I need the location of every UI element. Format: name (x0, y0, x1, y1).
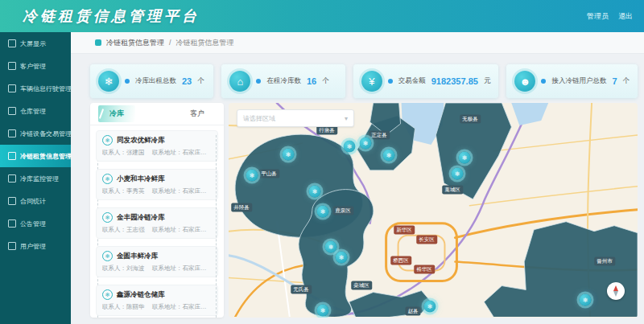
monitor-icon (8, 174, 16, 183)
panel-tab-label: 客户 (190, 109, 204, 117)
snowflake-icon: ❄ (102, 174, 113, 184)
compass-control[interactable] (607, 282, 625, 300)
chevron-down-icon: ▾ (345, 115, 348, 122)
address-label: 联系地址： (152, 303, 183, 310)
warehouse-list-item[interactable]: ❄ 金丰园冷链冷库 联系人：王志强 联系地址：石家庄市藁城区廉州西路36号 (96, 207, 218, 239)
breadcrumb-icon (95, 39, 101, 46)
panel-tabs: 冷库 客户 (90, 103, 224, 125)
sidebar-item-label: 公告管理 (20, 219, 46, 228)
cold-storage-marker-icon[interactable]: ❄ (283, 149, 295, 161)
address-value: 石家庄市鹿泉区向阳大街12号 (183, 149, 212, 156)
sidebar-item-label: 冷链设备交易管理 (20, 129, 72, 138)
device-icon (8, 129, 16, 137)
cold-storage-marker-icon[interactable]: ❄ (424, 301, 436, 313)
cold-storage-marker-icon[interactable]: ❄ (452, 168, 464, 180)
district-badge: 元氏县 (291, 285, 312, 294)
stat-value: 16 (307, 76, 316, 86)
lease-icon (8, 152, 16, 160)
sidebar-item[interactable]: 冷链租赁信息管理 (0, 145, 71, 167)
stat-card: ☻ 接入冷链用户总数 7 个 (506, 64, 638, 98)
district-badge: 无极县 (460, 115, 481, 124)
contact-label: 联系人： (102, 149, 126, 156)
cold-storage-marker-icon[interactable]: ❄ (246, 170, 258, 182)
region-select[interactable]: 请选择区域 ▾ (237, 109, 354, 127)
district-badge: 栾城区 (351, 281, 372, 290)
contact-label: 联系人： (102, 226, 126, 233)
sidebar-item[interactable]: 大屏显示 (0, 32, 71, 55)
snowflake-icon: ❄ (102, 251, 113, 261)
stat-value: 9182357.85 (431, 76, 478, 86)
warehouse-list-item[interactable]: ❄ 同发农优鲜冷库 联系人：张建国 联系地址：石家庄市鹿泉区向阳大街12号 (96, 130, 218, 162)
warehouse-detail-row: 联系人：刘海波 联系地址：石家庄市栾城区裕翔街219号 (102, 265, 212, 273)
stat-unit: 个 (197, 76, 204, 86)
app-title: 冷链租赁信息管理平台 (23, 6, 200, 26)
breadcrumb-current: 冷链租赁信息管理 (176, 38, 234, 48)
cold-storage-marker-icon[interactable]: ❄ (317, 305, 329, 317)
sidebar-item[interactable]: 客户管理 (0, 55, 71, 77)
cold-storage-marker-icon[interactable]: ❄ (344, 141, 356, 153)
snowflake-icon: ❄ (386, 152, 392, 159)
warehouse-list-item[interactable]: ❄ 鑫源冷链仓储库 联系人：陈丽华 联系地址：石家庄市长安区中山东路101号 (96, 285, 218, 316)
sidebar-item[interactable]: 冷链设备交易管理 (0, 122, 71, 145)
address-label: 联系地址： (152, 226, 183, 233)
app-header: 冷链租赁信息管理平台 管理员 退出 (0, 0, 644, 32)
sidebar-item[interactable]: 合同统计 (0, 190, 71, 212)
address-label: 联系地址： (152, 265, 183, 272)
cold-storage-marker-icon[interactable]: ❄ (383, 150, 395, 162)
money-icon: ¥ (361, 71, 382, 92)
breadcrumb-root[interactable]: 冷链租赁信息管理 (106, 38, 164, 48)
sidebar-item-label: 仓库管理 (20, 107, 46, 116)
cold-storage-marker-icon[interactable]: ❄ (325, 241, 337, 253)
sidebar-item[interactable]: 仓库管理 (0, 100, 71, 122)
bullet-dot-icon (541, 79, 546, 84)
cold-storage-marker-icon[interactable]: ❄ (360, 137, 372, 150)
snowflake-icon: ❄ (102, 289, 113, 300)
snowflake-icon: ❄ (339, 254, 345, 261)
address-value: 石家庄市栾城区裕翔街219号 (183, 265, 212, 272)
contact-name: 张建国 (126, 149, 145, 156)
panel-tab-label: 冷库 (109, 109, 124, 117)
snowflake-icon: ❄ (312, 188, 318, 195)
cold-storage-marker-icon[interactable]: ❄ (459, 152, 471, 164)
sidebar-item-label: 客户管理 (20, 62, 46, 71)
warehouse-list-item[interactable]: ❄ 金圆丰鲜冷库 联系人：刘海波 联系地址：石家庄市栾城区裕翔街219号 (96, 246, 218, 277)
cold-storage-marker-icon[interactable]: ❄ (580, 294, 592, 306)
cold-storage-marker-icon[interactable]: ❄ (336, 252, 348, 264)
cold-storage-marker-icon[interactable]: ❄ (309, 186, 321, 198)
sidebar-item[interactable]: 车辆信息行驶管理 (0, 77, 71, 100)
breadcrumb-separator: / (169, 39, 171, 47)
stat-label: 交易金额 (398, 76, 426, 86)
sidebar-nav: 大屏显示 客户管理 车辆信息行驶管理 仓库管理 冷链设备交易管理 冷链租赁信息管… (0, 32, 71, 324)
stat-value: 7 (612, 76, 617, 86)
stat-unit: 个 (623, 76, 630, 86)
snowflake-icon: ❄ (328, 244, 334, 251)
warehouse-list-item[interactable]: ❄ 小麦和丰冷鲜库 联系人：李秀英 联系地址：石家庄市正定县恒山东路88号 (96, 169, 218, 200)
snowflake-icon: ❄ (98, 71, 119, 92)
sidebar-item[interactable]: 冷库监控管理 (0, 167, 71, 190)
snowflake-icon: ❄ (455, 170, 460, 178)
sidebar-item[interactable]: 公告管理 (0, 212, 71, 235)
contact-name: 王志强 (126, 226, 145, 233)
snowflake-icon: ❄ (583, 297, 588, 304)
snowflake-icon: ❄ (320, 307, 326, 314)
panel-tab[interactable]: 客户 (179, 105, 216, 122)
panel-tab[interactable]: 冷库 (98, 105, 135, 122)
stat-card: ¥ 交易金额 9182357.85 元 (353, 64, 499, 98)
warehouse-detail-row: 联系人：张建国 联系地址：石家庄市鹿泉区向阳大街12号 (102, 149, 212, 157)
current-user[interactable]: 管理员 (587, 11, 609, 22)
warehouse-list-panel: 冷库 客户 ❄ 同发农优鲜冷库 联系人：张建国 联系地址：石家庄市鹿泉区向阳大街… (90, 103, 224, 318)
logout-link[interactable]: 退出 (618, 11, 633, 22)
district-badge: 井陉县 (231, 203, 252, 212)
district-badge: 裕华区 (414, 265, 435, 274)
sidebar-item[interactable]: 用户管理 (0, 235, 71, 257)
contract-icon (8, 197, 16, 205)
bullet-dot-icon (125, 79, 130, 84)
snowflake-icon: ❄ (250, 172, 255, 179)
warehouse-name: 鑫源冷链仓储库 (117, 290, 165, 300)
stat-card: ⌂ 在租冷库数 16 个 (221, 64, 345, 98)
district-badge: 新华区 (394, 226, 415, 235)
map-container[interactable]: 请选择区域 ▾ 行唐县 正定县 无极县 平山县 井陉县 鹿泉区 藁城区 晋州市 … (229, 103, 638, 318)
address-label: 联系地址： (152, 187, 183, 195)
cold-storage-marker-icon[interactable]: ❄ (317, 206, 329, 218)
region-select-placeholder: 请选择区域 (243, 114, 275, 123)
